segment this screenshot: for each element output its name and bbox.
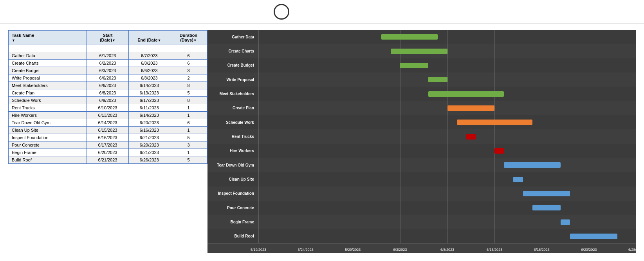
logo — [274, 4, 292, 20]
chart-section: Gather DataCreate ChartsCreate BudgetWri… — [207, 30, 636, 253]
grid-line — [306, 30, 306, 243]
grid-line — [447, 30, 448, 243]
task-start: 6/3/2023 — [87, 67, 128, 74]
task-label: Clean Up Site — [207, 172, 256, 186]
task-end: 6/20/2023 — [128, 119, 170, 127]
chart-row — [207, 87, 636, 101]
gantt-bar — [428, 77, 447, 82]
task-duration: 6 — [170, 52, 207, 60]
gantt-bar — [570, 234, 617, 239]
gantt-bar — [391, 49, 447, 54]
task-duration: 8 — [170, 97, 207, 104]
x-axis-label: 6/3/2023 — [393, 248, 407, 252]
x-axis: 5/19/20235/24/20235/29/20236/3/20236/8/2… — [207, 243, 636, 253]
task-end: 6/8/2023 — [128, 74, 170, 82]
gantt-bar — [532, 205, 561, 210]
task-label: Inspect Foundation — [207, 187, 256, 201]
col-header-duration: Duration(Days)▼ — [170, 30, 207, 45]
grid-line — [258, 30, 259, 243]
task-duration: 1 — [170, 149, 207, 156]
task-name: Meet Stakeholders — [8, 82, 87, 89]
task-label: Write Proposal — [207, 72, 256, 87]
table-row: Create Charts 6/2/2023 6/8/2023 6 — [8, 60, 207, 67]
task-end: 6/26/2023 — [128, 156, 170, 164]
task-name: Begin Frame — [8, 149, 87, 156]
table-row: Begin Frame 6/20/2023 6/21/2023 1 — [8, 149, 207, 156]
gantt-bar — [504, 162, 561, 168]
task-end: 6/11/2023 — [128, 104, 170, 112]
task-name: Gather Data — [8, 52, 87, 60]
x-axis-label: 6/23/2023 — [581, 248, 597, 252]
task-label: Rent Trucks — [207, 129, 256, 143]
task-label: Schedule Work — [207, 115, 256, 129]
task-name: Pour Concrete — [8, 141, 87, 149]
col-header-start: Start(Date)▼ — [87, 30, 128, 45]
task-start: 6/16/2023 — [87, 134, 128, 141]
task-duration: 5 — [170, 134, 207, 141]
x-axis-label: 5/29/2023 — [345, 248, 361, 252]
task-name: Rent Trucks — [8, 104, 87, 112]
gantt-table: Task Name▼ Start(Date)▼ End (Date▼ Durat… — [8, 30, 207, 164]
task-start: 6/1/2023 — [87, 52, 128, 60]
task-name: Create Budget — [8, 67, 87, 74]
task-start: 6/10/2023 — [87, 104, 128, 112]
gantt-bar — [447, 105, 495, 111]
gantt-bar — [561, 219, 570, 225]
chart-row — [207, 115, 636, 129]
task-duration: 5 — [170, 89, 207, 97]
chart-row — [207, 201, 636, 215]
task-duration: 8 — [170, 82, 207, 89]
task-end: 6/6/2023 — [128, 67, 170, 74]
task-end: 6/16/2023 — [128, 127, 170, 134]
task-start: 6/17/2023 — [87, 141, 128, 149]
task-name: Schedule Work — [8, 97, 87, 104]
task-name: Create Charts — [8, 60, 87, 67]
task-label: Meet Stakeholders — [207, 87, 256, 101]
task-end: 6/14/2023 — [128, 82, 170, 89]
grid-line — [494, 30, 495, 243]
main-content: Task Name▼ Start(Date)▼ End (Date▼ Durat… — [0, 24, 644, 259]
gantt-bar — [523, 191, 570, 196]
gantt-bar — [513, 177, 523, 182]
task-name: Write Proposal — [8, 74, 87, 82]
task-start: 6/15/2023 — [87, 127, 128, 134]
task-end: 6/21/2023 — [128, 134, 170, 141]
task-end: 6/14/2023 — [128, 112, 170, 119]
task-name: Tear Down Old Gym — [8, 119, 87, 127]
task-start: 6/6/2023 — [87, 82, 128, 89]
task-start: 6/9/2023 — [87, 97, 128, 104]
task-end: 6/21/2023 — [128, 149, 170, 156]
col-header-end: End (Date▼ — [128, 30, 170, 45]
x-axis-label: 6/28/2023 — [628, 248, 636, 252]
task-name: Clean Up Site — [8, 127, 87, 134]
task-name: Create Plan — [8, 89, 87, 97]
task-end: 6/7/2023 — [128, 52, 170, 60]
task-start: 6/8/2023 — [87, 89, 128, 97]
task-label: Pour Concrete — [207, 201, 256, 215]
grid-line — [542, 30, 542, 243]
task-duration: 5 — [170, 156, 207, 164]
chart-row — [207, 187, 636, 201]
col-header-task: Task Name▼ — [8, 30, 87, 45]
task-duration: 2 — [170, 74, 207, 82]
task-start: 6/21/2023 — [87, 156, 128, 164]
grid-line — [589, 30, 589, 243]
table-row: Tear Down Old Gym 6/14/2023 6/20/2023 6 — [8, 119, 207, 127]
task-label: Begin Frame — [207, 215, 256, 229]
task-name: Build Roof — [8, 156, 87, 164]
table-row: Build Roof 6/21/2023 6/26/2023 5 — [8, 156, 207, 164]
task-name: Hire Workers — [8, 112, 87, 119]
gantt-bar — [400, 63, 428, 68]
table-row: Pour Concrete 6/17/2023 6/20/2023 3 — [8, 141, 207, 149]
gantt-bar — [466, 134, 476, 140]
task-end: 6/20/2023 — [128, 141, 170, 149]
table-row: Clean Up Site 6/15/2023 6/16/2023 1 — [8, 127, 207, 134]
task-start: 6/20/2023 — [87, 149, 128, 156]
task-label: Create Budget — [207, 58, 256, 72]
x-axis-label: 5/24/2023 — [298, 248, 314, 252]
x-axis-label: 6/13/2023 — [487, 248, 502, 252]
table-row: Hire Workers 6/13/2023 6/14/2023 1 — [8, 112, 207, 119]
task-label: Create Charts — [207, 44, 256, 58]
page-header — [0, 0, 644, 24]
task-duration: 1 — [170, 104, 207, 112]
